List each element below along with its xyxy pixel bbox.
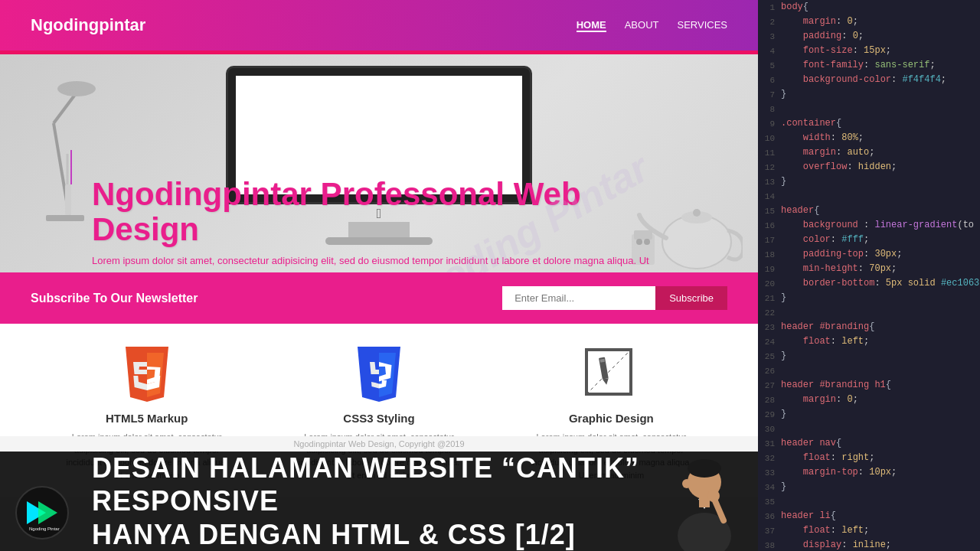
svg-point-39 (682, 479, 691, 488)
code-line: 17 color: #fff; (758, 233, 980, 247)
code-line: 9 .container{ (758, 116, 980, 131)
site-header: Ngodingpintar HOME ABOUT SERVICES (0, 0, 758, 54)
nav-about[interactable]: ABOUT (625, 19, 659, 32)
html5-icon (63, 347, 231, 404)
code-line: 13 } (758, 174, 980, 189)
feature-html5-title: HTML5 Markup (63, 412, 231, 425)
site-nav: HOME ABOUT SERVICES (577, 19, 727, 32)
site-title: Ngodingpintar (31, 15, 145, 35)
nav-services[interactable]: SERVICES (677, 19, 727, 32)
code-line: 29 } (758, 407, 980, 422)
newsletter-form: Subscribe (502, 286, 727, 310)
newsletter-email-input[interactable] (502, 286, 655, 310)
code-line: 7 } (758, 87, 980, 102)
code-line: 18 padding-top: 30px; (758, 247, 980, 262)
hero-text: Ngodingpintar Professonal Web Design Lor… (92, 177, 651, 272)
code-line: 28 margin: 0; (758, 393, 980, 407)
svg-point-9 (693, 209, 701, 217)
svg-line-1 (54, 93, 77, 123)
code-line: 25 } (758, 349, 980, 364)
feature-gd-title: Graphic Design (527, 412, 695, 425)
code-line: 35 (758, 494, 980, 509)
newsletter-bar: Subscribe To Our Newsletter Subscribe (0, 272, 758, 324)
code-line: 11 margin: auto; (758, 145, 980, 160)
code-line: 38 display: inline; (758, 538, 980, 551)
copyright-bar: Ngodingpintar Web Design, Copyright @201… (0, 436, 758, 452)
overlay-line1: DESAIN HALAMAN WEBSITE “CANTIK” RESPONSI… (92, 452, 743, 517)
svg-point-41 (707, 490, 720, 502)
code-editor: 1 body{ 2 margin: 0; 3 padding: 0; 4 fon… (758, 0, 980, 551)
code-line: 31 header nav{ (758, 436, 980, 451)
bottom-overlay: Ngoding Pintar DESAIN HALAMAN WEBSITE “C… (0, 452, 758, 551)
code-line: 5 font-family: sans-serif; (758, 58, 980, 73)
code-line: 24 float: left; (758, 334, 980, 349)
channel-logo: Ngoding Pintar (15, 486, 69, 540)
code-line: 3 padding: 0; (758, 29, 980, 44)
code-editor-panel: 1 body{ 2 margin: 0; 3 padding: 0; 4 fon… (758, 0, 980, 551)
code-line: 20 border-bottom: 5px solid #ec1063 (758, 276, 980, 291)
hero-section:  Ngodin (0, 54, 758, 272)
code-line: 27 header #branding h1{ (758, 378, 980, 393)
svg-marker-29 (603, 378, 609, 385)
svg-rect-3 (46, 215, 84, 221)
code-line: 21 } (758, 291, 980, 305)
graphic-design-icon (527, 347, 695, 404)
website-preview: Ngodingpintar HOME ABOUT SERVICES (0, 0, 758, 551)
code-line: 32 float: right; (758, 451, 980, 465)
svg-point-2 (57, 81, 96, 96)
code-line: 12 overflow: hidden; (758, 160, 980, 174)
svg-line-27 (586, 350, 631, 394)
code-line: 34 } (758, 480, 980, 494)
code-line: 16 background : linear-gradient(to r (758, 218, 980, 233)
hero-description: Lorem ipsum dolor sit amet, consectetur … (92, 253, 651, 272)
code-line: 10 width: 80%; (758, 131, 980, 145)
svg-rect-4 (65, 184, 71, 215)
css3-icon (295, 347, 463, 404)
svg-marker-32 (38, 501, 57, 524)
code-line: 1 body{ (758, 0, 980, 15)
code-line: 36 header li{ (758, 509, 980, 523)
site-branding: Ngodingpintar (31, 15, 145, 35)
code-line: 14 (758, 189, 980, 204)
code-line: 26 (758, 364, 980, 378)
hero-lamp-decoration (23, 77, 100, 230)
code-line: 33 margin-top: 10px; (758, 465, 980, 480)
code-line: 4 font-size: 15px; (758, 44, 980, 58)
code-line: 15 header{ (758, 204, 980, 218)
feature-css3-title: CSS3 Styling (295, 412, 463, 425)
code-line: 19 min-height: 70px; (758, 262, 980, 276)
code-line: 2 margin: 0; (758, 15, 980, 29)
code-line: 8 (758, 102, 980, 116)
hero-title: Ngodingpintar Professonal Web Design (92, 177, 651, 247)
code-line: 23 header #branding{ (758, 320, 980, 334)
svg-point-38 (688, 459, 721, 478)
newsletter-label: Subscribe To Our Newsletter (31, 292, 198, 305)
code-line: 22 (758, 305, 980, 320)
newsletter-subscribe-button[interactable]: Subscribe (655, 286, 727, 310)
overlay-text: DESAIN HALAMAN WEBSITE “CANTIK” RESPONSI… (77, 452, 743, 551)
copyright-text: Ngodingpintar Web Design, Copyright @201… (293, 439, 464, 448)
presenter-avatar (666, 459, 743, 551)
code-line: 6 background-color: #f4f4f4; (758, 73, 980, 87)
overlay-line2: HANYA DENGAN HTML & CSS [1/2] (92, 518, 743, 551)
nav-home[interactable]: HOME (577, 19, 606, 32)
code-line: 30 (758, 422, 980, 436)
code-line: 37 float: left; (758, 523, 980, 538)
svg-text:Ngoding Pintar: Ngoding Pintar (29, 527, 60, 531)
